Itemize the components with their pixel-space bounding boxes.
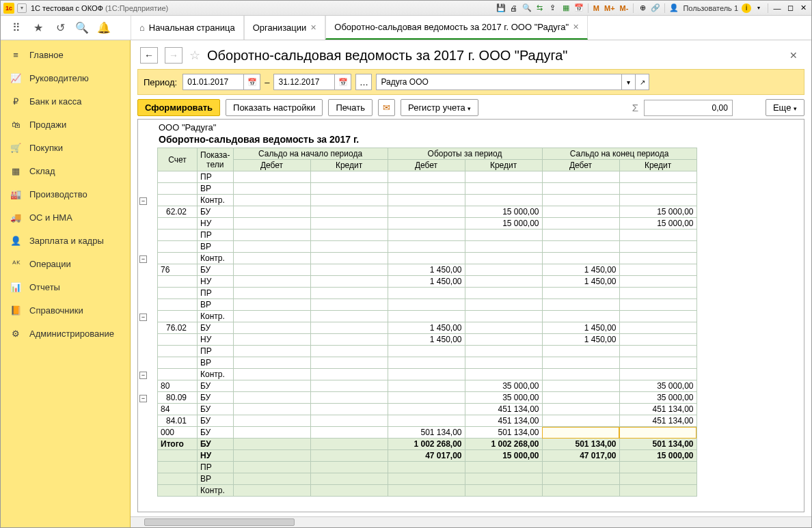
date-from-input[interactable] (182, 74, 244, 90)
cell[interactable] (465, 369, 542, 380)
cell-indicator[interactable]: БУ (198, 206, 234, 218)
cell[interactable] (388, 392, 465, 404)
favorite-toggle-icon[interactable]: ☆ (189, 48, 200, 63)
cell[interactable] (233, 439, 310, 450)
zoom-icon[interactable]: ⊕ (637, 3, 648, 14)
cell[interactable] (388, 369, 465, 380)
cell[interactable] (619, 195, 696, 206)
table-row[interactable]: Контр. (158, 253, 697, 264)
table-row[interactable]: ПР (158, 288, 697, 299)
cell[interactable] (465, 299, 542, 311)
cell[interactable]: 15 000,00 (465, 450, 542, 462)
register-button[interactable]: Регистр учета ▾ (401, 99, 478, 116)
cell-indicator[interactable]: НУ (198, 334, 234, 346)
cell[interactable]: 1 450,00 (388, 264, 465, 276)
cell[interactable] (619, 276, 696, 288)
cell-indicator[interactable]: ВР (198, 183, 234, 195)
sidebar-item[interactable]: 🏭Производство (1, 182, 130, 206)
memory-mminus[interactable]: M- (619, 4, 630, 12)
cell-indicator[interactable]: ПР (198, 346, 234, 357)
cell[interactable] (542, 230, 619, 241)
search-icon[interactable]: 🔍 (76, 22, 88, 34)
cell[interactable] (619, 241, 696, 253)
cell[interactable] (233, 473, 310, 485)
cell[interactable] (542, 171, 619, 183)
history-icon[interactable]: ↺ (54, 22, 66, 34)
cell[interactable] (233, 334, 310, 346)
cell[interactable] (388, 485, 465, 497)
cell[interactable] (233, 253, 310, 264)
cell[interactable] (310, 404, 388, 415)
cell[interactable] (542, 392, 619, 404)
cell[interactable] (388, 380, 465, 392)
cell[interactable]: 451 134,00 (465, 404, 542, 415)
cell[interactable] (233, 264, 310, 276)
cell-indicator[interactable]: ПР (198, 171, 234, 183)
org-dropdown-icon[interactable]: ▾ (622, 74, 636, 90)
table-row[interactable]: Контр. (158, 195, 697, 206)
cell[interactable] (388, 230, 465, 241)
cell[interactable]: 1 450,00 (388, 276, 465, 288)
cell[interactable] (619, 357, 696, 369)
cell[interactable]: 1 450,00 (542, 264, 619, 276)
tab-close-icon[interactable]: ✕ (310, 23, 316, 32)
cell-account[interactable]: 000 (158, 427, 198, 439)
cell-indicator[interactable]: ВР (198, 299, 234, 311)
cell[interactable]: 15 000,00 (619, 450, 696, 462)
table-row[interactable]: НУ1 450,001 450,00 (158, 276, 697, 288)
cell[interactable] (542, 299, 619, 311)
cell-indicator[interactable]: БУ (198, 322, 234, 334)
cell-indicator[interactable]: Контр. (198, 369, 234, 380)
cell[interactable] (233, 241, 310, 253)
cell[interactable] (233, 206, 310, 218)
cell[interactable] (465, 485, 542, 497)
cell[interactable]: 501 134,00 (619, 439, 696, 450)
cell[interactable] (619, 183, 696, 195)
cell[interactable] (310, 357, 388, 369)
tree-toggle[interactable]: − (139, 395, 147, 402)
calendar-icon[interactable]: 📅 (335, 74, 351, 90)
cell-indicator[interactable]: ПР (198, 230, 234, 241)
cell[interactable] (310, 171, 388, 183)
cell[interactable] (310, 276, 388, 288)
cell[interactable] (542, 218, 619, 230)
tree-toggle[interactable]: − (139, 372, 147, 379)
table-row[interactable]: 80.09БУ35 000,0035 000,00 (158, 392, 697, 404)
sidebar-item[interactable]: ≡Главное (1, 43, 130, 66)
cell[interactable] (465, 276, 542, 288)
user-name[interactable]: Пользователь 1 (681, 4, 740, 12)
cell[interactable]: 451 134,00 (465, 415, 542, 427)
cell[interactable] (310, 195, 388, 206)
cell[interactable]: 35 000,00 (619, 380, 696, 392)
cell[interactable] (542, 473, 619, 485)
cell-account[interactable]: 62.02 (158, 206, 198, 218)
cell[interactable] (233, 322, 310, 334)
bell-icon[interactable]: 🔔 (98, 22, 110, 34)
cell-account[interactable]: 84.01 (158, 415, 198, 427)
cell[interactable] (465, 288, 542, 299)
table-row[interactable]: ПР (158, 346, 697, 357)
cell[interactable] (388, 288, 465, 299)
table-row[interactable]: Контр. (158, 311, 697, 322)
cell[interactable] (619, 299, 696, 311)
cell[interactable] (388, 183, 465, 195)
cell[interactable] (388, 473, 465, 485)
table-row[interactable]: ВР (158, 183, 697, 195)
cell[interactable] (465, 322, 542, 334)
tab-close-icon[interactable]: ✕ (573, 23, 579, 31)
cell[interactable] (388, 253, 465, 264)
table-row[interactable]: Контр. (158, 369, 697, 380)
cell[interactable] (310, 183, 388, 195)
cell[interactable] (465, 241, 542, 253)
tab-report[interactable]: Оборотно-сальдовая ведомость за 2017 г. … (325, 16, 588, 40)
info-icon[interactable]: i (742, 3, 751, 13)
cell[interactable] (388, 311, 465, 322)
cell[interactable] (233, 288, 310, 299)
email-button[interactable]: ✉ (378, 99, 395, 116)
cell[interactable] (619, 171, 696, 183)
sidebar-item[interactable]: ⚙Администрирование (1, 322, 130, 345)
table-row[interactable]: ВР (158, 241, 697, 253)
cell-indicator[interactable]: ПР (198, 288, 234, 299)
cell[interactable] (233, 450, 310, 462)
print-button[interactable]: Печать (328, 99, 373, 116)
